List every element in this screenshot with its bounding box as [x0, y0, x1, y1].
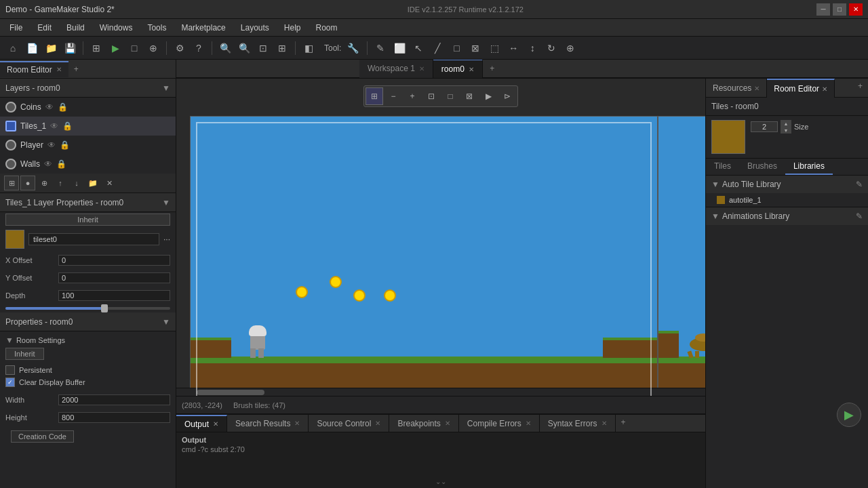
layer-coins[interactable]: Coins 👁 🔒 [0, 98, 176, 117]
layer-props-header[interactable]: Tiles_1 Layer Properties - room0 ▼ [0, 193, 176, 212]
syntax-errors-tab-close[interactable]: ✕ [601, 420, 607, 427]
y-offset-value[interactable] [58, 272, 170, 283]
debug-button[interactable]: □ [125, 39, 143, 57]
save-button[interactable]: 💾 [61, 39, 79, 57]
layer-tiles-lock-icon[interactable]: 🔒 [62, 121, 73, 131]
layer-eye-icon[interactable]: 👁 [45, 102, 54, 112]
layer-walls-eye-icon[interactable]: 👁 [44, 159, 52, 169]
workspace-tab-close[interactable]: ✕ [419, 65, 425, 73]
home-button[interactable]: ⌂ [4, 39, 22, 57]
expand-arrows[interactable]: ⌄⌄ [434, 476, 448, 487]
persistent-checkbox[interactable] [5, 365, 15, 375]
tab-syntax-errors[interactable]: Syntax Errors ✕ [540, 415, 616, 432]
hscroll-thumb[interactable] [197, 390, 264, 395]
play-button-large[interactable]: ▶ [837, 403, 861, 427]
scale-button[interactable]: ⊞ [273, 39, 291, 57]
room-editor-tab-close[interactable]: ✕ [56, 66, 62, 73]
layer-instance-button[interactable]: ⊕ [37, 176, 52, 190]
animations-library-header[interactable]: ▼ Animations Library ✎ [706, 207, 868, 225]
x-offset-value[interactable] [58, 255, 170, 266]
menu-layouts[interactable]: Layouts [234, 22, 276, 34]
tile-size-up[interactable]: ▲ [781, 120, 791, 127]
layer-move-down-button[interactable]: ↓ [69, 176, 84, 190]
layer-player[interactable]: Player 👁 🔒 [0, 136, 176, 155]
compile-errors-tab-close[interactable]: ✕ [526, 420, 531, 427]
eraser-tool[interactable]: ⬜ [391, 39, 408, 57]
menu-build[interactable]: Build [60, 22, 92, 34]
layer-player-lock-icon[interactable]: 🔒 [60, 140, 70, 150]
tab-breakpoints[interactable]: Breakpoints ✕ [389, 415, 458, 432]
sub-tab-libraries[interactable]: Libraries [785, 159, 833, 175]
run-button[interactable]: ▶ [106, 39, 124, 57]
line-tool[interactable]: ╱ [429, 39, 446, 57]
layer-folder-button[interactable]: 📁 [85, 176, 100, 190]
zoom-fit-canvas-button[interactable]: ⊡ [422, 87, 440, 105]
resources-tab[interactable]: Resources ✕ [706, 79, 767, 98]
select-tool[interactable]: ↖ [410, 39, 427, 57]
breakpoints-tab-close[interactable]: ✕ [445, 420, 450, 427]
layer-delete-button[interactable]: ✕ [102, 176, 117, 190]
clear-display-checkbox[interactable] [5, 378, 15, 387]
close-button[interactable]: ✕ [849, 3, 863, 16]
pick-tool[interactable]: ⬚ [486, 39, 503, 57]
open-button[interactable]: 📁 [42, 39, 60, 57]
tab-room-editor[interactable]: Room Editor ✕ [0, 61, 68, 77]
source-tab-close[interactable]: ✕ [375, 420, 380, 427]
tileset-name-field[interactable] [28, 233, 159, 245]
viewport-button[interactable]: ◧ [300, 39, 317, 57]
room-props-header[interactable]: Properties - room0 ▼ [0, 312, 176, 331]
layer-circle-button[interactable]: ● [20, 176, 35, 190]
animate-button[interactable]: ⊳ [498, 87, 516, 105]
tab-source-control[interactable]: Source Control ✕ [309, 415, 389, 432]
room-width-value[interactable] [58, 394, 170, 405]
auto-tile-edit-icon[interactable]: ✎ [856, 180, 863, 189]
help-btn[interactable]: ? [190, 39, 208, 57]
room0-tab-close[interactable]: ✕ [469, 66, 474, 73]
tab-search-results[interactable]: Search Results ✕ [227, 415, 309, 432]
room-height-value[interactable] [58, 412, 170, 423]
tileset-more-button[interactable]: ··· [163, 235, 170, 244]
resource-button[interactable]: ⊞ [87, 39, 105, 57]
rotate-tool[interactable]: ↻ [542, 39, 560, 57]
output-tab-close[interactable]: ✕ [213, 420, 218, 428]
animations-edit-icon[interactable]: ✎ [856, 211, 863, 221]
sub-tab-brushes[interactable]: Brushes [739, 159, 785, 175]
layer-player-eye-icon[interactable]: 👁 [47, 140, 56, 150]
fit-room-button[interactable]: □ [441, 87, 459, 105]
menu-windows[interactable]: Windows [93, 22, 140, 34]
mirror-h-tool[interactable]: ↔ [505, 39, 522, 57]
inherit-button[interactable]: Inherit [5, 214, 170, 226]
menu-help[interactable]: Help [277, 22, 308, 34]
add-layer-button[interactable]: ⊞ [4, 176, 19, 190]
room-canvas-left[interactable] [190, 116, 658, 396]
depth-value[interactable] [58, 290, 170, 301]
creation-code-button[interactable]: Creation Code [11, 430, 74, 443]
clean-button[interactable]: ⊕ [144, 39, 162, 57]
resources-tab-close[interactable]: ✕ [754, 85, 760, 92]
layer-walls-lock-icon[interactable]: 🔒 [56, 159, 66, 169]
layer-tiles-eye-icon[interactable]: 👁 [50, 121, 58, 131]
auto-tile-library-header[interactable]: ▼ Auto Tile Library ✎ [706, 176, 868, 193]
add-bottom-tab[interactable]: + [616, 415, 631, 432]
tab-output[interactable]: Output ✕ [176, 415, 227, 432]
canvas-hscroll[interactable] [176, 388, 705, 396]
new-button[interactable]: 📄 [23, 39, 41, 57]
rect-tool[interactable]: □ [448, 39, 465, 57]
mirror-v-tool[interactable]: ↕ [524, 39, 541, 57]
sub-tab-tiles[interactable]: Tiles [706, 159, 739, 175]
layer-tiles1[interactable]: Tiles_1 👁 🔒 [0, 117, 176, 136]
grid-toggle-button[interactable]: ⊞ [366, 87, 383, 105]
menu-room[interactable]: Room [309, 22, 344, 34]
layer-walls[interactable]: Walls 👁 🔒 [0, 155, 176, 174]
settings-button[interactable]: ⚙ [171, 39, 189, 57]
room-editor-right-tab[interactable]: Room Editor ✕ [767, 79, 835, 98]
tab-compile-errors[interactable]: Compile Errors ✕ [459, 415, 540, 432]
depth-slider-thumb[interactable] [101, 304, 108, 312]
room-editor-right-close[interactable]: ✕ [822, 85, 827, 93]
room-inherit-button[interactable]: Inherit [5, 348, 44, 360]
layer-move-up-button[interactable]: ↑ [53, 176, 68, 190]
zoom-in-canvas-button[interactable]: + [403, 87, 421, 105]
room-settings-expand[interactable]: ▼ [5, 336, 14, 345]
tool-selector[interactable]: 🔧 [342, 39, 363, 57]
layers-header[interactable]: Layers - room0 ▼ [0, 79, 176, 98]
